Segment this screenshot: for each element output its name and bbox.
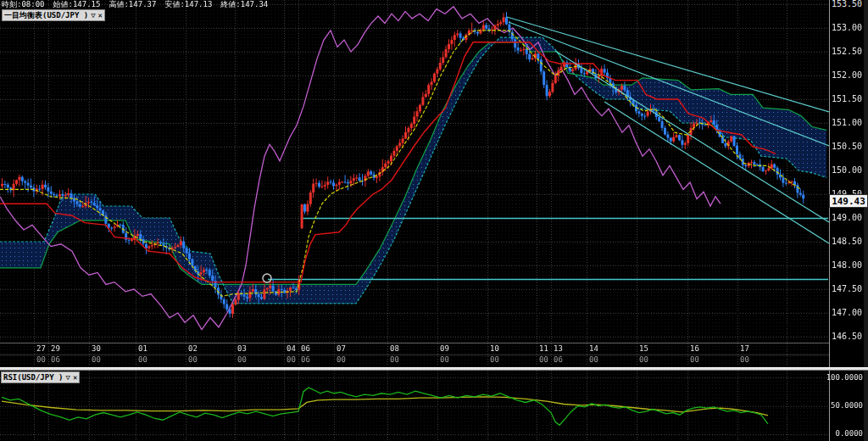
- chart-window: 時刻:08:00 始値:147.15 高値:147.37 安値:147.13 終…: [0, 0, 868, 441]
- panel-separator: [0, 367, 868, 371]
- date-label-hour: 00: [138, 355, 147, 364]
- date-label-hour: 06: [51, 355, 60, 364]
- date-label-day: 03: [237, 344, 247, 353]
- date-label-hour: 00: [287, 355, 296, 364]
- date-label-hour: 00: [690, 355, 699, 364]
- close-icon[interactable]: ✕: [98, 11, 103, 20]
- ichimoku-panel-badge: 一目均衡表(USD/JPY ) ▽ ✕: [2, 9, 105, 21]
- price-axis-label: 150.50: [832, 142, 862, 151]
- rsi-chart-canvas[interactable]: [0, 371, 829, 441]
- date-label-day: 07: [337, 344, 346, 353]
- info-time: 時刻:08:00: [2, 0, 45, 9]
- date-label-hour: 00: [589, 355, 598, 364]
- date-label-hour: 00: [188, 355, 198, 364]
- date-label-hour: 00: [740, 355, 749, 364]
- price-axis-label: 149.00: [832, 213, 862, 222]
- date-label-day: 13: [554, 344, 563, 353]
- price-axis-label: 151.00: [832, 118, 862, 127]
- date-label-hour: 00: [440, 355, 449, 364]
- price-axis-label: 148.00: [832, 260, 862, 270]
- date-label-hour: 00: [639, 355, 648, 364]
- date-label-day: 27: [36, 344, 46, 353]
- date-label-hour: 06: [554, 355, 563, 364]
- date-label-day: 09: [440, 344, 449, 353]
- date-label-hour: 00: [36, 355, 46, 364]
- date-label-day: 04: [287, 344, 296, 353]
- rsi-axis-label: 100.0000: [826, 373, 863, 382]
- main-chart-canvas[interactable]: [0, 0, 829, 367]
- price-axis-label: 153.00: [832, 23, 862, 32]
- date-label-day: 06: [301, 344, 310, 353]
- current-price-badge: 149.43: [829, 194, 868, 208]
- ichimoku-panel-title: 一目均衡表(USD/JPY ): [4, 11, 88, 20]
- date-label-day: 17: [740, 344, 749, 353]
- date-label-day: 15: [639, 344, 648, 353]
- price-axis-label: 153.50: [832, 0, 862, 8]
- price-axis-label: 151.50: [832, 94, 862, 103]
- date-label-hour: 00: [92, 355, 101, 364]
- ohlc-info-bar: 時刻:08:00 始値:147.15 高値:147.37 安値:147.13 終…: [2, 0, 268, 9]
- date-label-day: 30: [92, 344, 101, 353]
- rsi-axis-label: 50.0000: [826, 401, 863, 410]
- right-edge-strip: [864, 0, 868, 441]
- date-label-hour: 00: [490, 355, 499, 364]
- info-open: 始値:147.15: [53, 0, 101, 9]
- price-axis-label: 147.00: [832, 308, 862, 317]
- collapse-icon[interactable]: ▽: [65, 373, 70, 382]
- price-axis-label: 150.00: [832, 165, 862, 175]
- date-label-day: 16: [690, 344, 699, 353]
- rsi-axis-label: 0.0000: [826, 429, 863, 438]
- price-axis-label: 148.50: [832, 237, 862, 246]
- date-label-hour: 00: [337, 355, 346, 364]
- price-axis-label: 147.50: [832, 284, 862, 293]
- date-label-day: 14: [589, 344, 598, 353]
- date-label-hour: 00: [390, 355, 399, 364]
- date-label-day: 10: [490, 344, 499, 353]
- date-label-hour: 00: [539, 355, 548, 364]
- rsi-panel-badge: RSI(USD/JPY ) ▽ ✕: [1, 371, 80, 383]
- price-axis-label: 152.00: [832, 70, 862, 80]
- info-low: 安値:147.13: [164, 0, 212, 9]
- date-label-day: 29: [51, 344, 60, 353]
- date-label-hour: 00: [237, 355, 247, 364]
- rsi-panel-title: RSI(USD/JPY ): [3, 373, 63, 382]
- date-label-hour: 06: [301, 355, 310, 364]
- close-icon[interactable]: ✕: [73, 373, 77, 382]
- date-label-day: 02: [188, 344, 198, 353]
- price-axis-label: 152.50: [832, 47, 862, 56]
- info-high: 高値:147.37: [108, 0, 156, 9]
- info-close: 終値:147.34: [220, 0, 268, 9]
- collapse-icon[interactable]: ▽: [91, 11, 95, 20]
- price-axis-label: 146.50: [832, 332, 862, 341]
- date-label-day: 01: [138, 344, 147, 353]
- date-label-day: 08: [390, 344, 399, 353]
- date-label-day: 11: [539, 344, 548, 353]
